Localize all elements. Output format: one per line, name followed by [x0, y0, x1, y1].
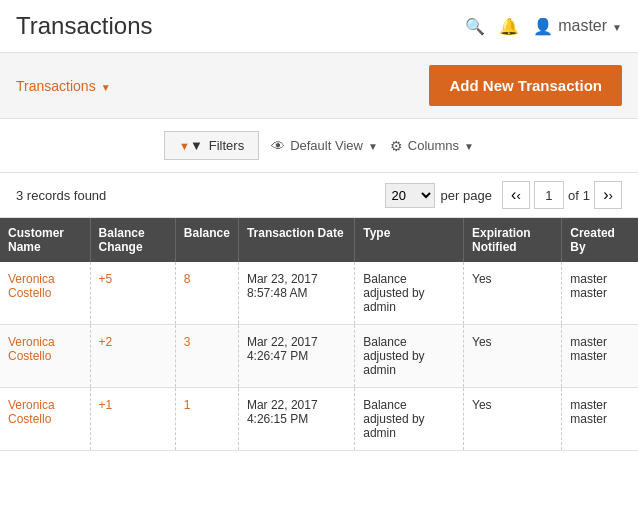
eye-icon: [271, 138, 285, 154]
customer-name-link[interactable]: Veronica Costello: [8, 398, 82, 426]
user-icon: [533, 17, 553, 36]
col-created-by: Created By: [562, 218, 638, 262]
page-title: Transactions: [16, 12, 153, 40]
cell-type: Balance adjusted by admin: [355, 388, 464, 451]
col-balance-change: Balance Change: [90, 218, 175, 262]
bell-icon[interactable]: [499, 17, 519, 36]
col-type: Type: [355, 218, 464, 262]
columns-caret-icon: [464, 138, 474, 153]
user-name: master: [558, 17, 607, 35]
prev-icon: ‹: [511, 186, 521, 204]
next-icon: ›: [603, 186, 613, 204]
transactions-dropdown-label: Transactions: [16, 78, 96, 94]
cell-expiration-notified: Yes: [464, 388, 562, 451]
cell-balance-change: +1: [90, 388, 175, 451]
filter-label: Filters: [209, 138, 244, 153]
cell-transaction-date: Mar 23, 2017 8:57:48 AM: [238, 262, 354, 325]
table-row: Veronica Costello+11Mar 22, 2017 4:26:15…: [0, 388, 638, 451]
of-label: of: [568, 188, 579, 203]
per-page-label: per page: [441, 188, 492, 203]
per-page-select[interactable]: 20 50 100: [385, 183, 435, 208]
total-pages: 1: [583, 188, 590, 203]
col-expiration-notified: Expiration Notified: [464, 218, 562, 262]
cell-expiration-notified: Yes: [464, 262, 562, 325]
pagination-nav: ‹ 1 of 1 ›: [502, 181, 622, 209]
filters-button[interactable]: ▼ Filters: [164, 131, 259, 160]
view-label: Default View: [290, 138, 363, 153]
cell-created-by: master master: [562, 262, 638, 325]
add-new-transaction-button[interactable]: Add New Transaction: [429, 65, 622, 106]
pagination-row: 3 records found 20 50 100 per page ‹ 1 o…: [0, 173, 638, 218]
page-header: Transactions master: [0, 0, 638, 53]
toolbar: Transactions Add New Transaction: [0, 53, 638, 119]
filter-icon: ▼: [179, 138, 203, 153]
col-transaction-date: Transaction Date: [238, 218, 354, 262]
cell-customer-name: Veronica Costello: [0, 388, 90, 451]
controls-bar: ▼ Filters Default View Columns: [0, 119, 638, 173]
view-caret-icon: [368, 138, 378, 153]
dropdown-caret-icon: [101, 78, 111, 94]
prev-page-button[interactable]: ‹: [502, 181, 530, 209]
table-row: Veronica Costello+23Mar 22, 2017 4:26:47…: [0, 325, 638, 388]
cell-balance-change: +5: [90, 262, 175, 325]
table-row: Veronica Costello+58Mar 23, 2017 8:57:48…: [0, 262, 638, 325]
table-body: Veronica Costello+58Mar 23, 2017 8:57:48…: [0, 262, 638, 451]
table-header: Customer Name Balance Change Balance Tra…: [0, 218, 638, 262]
header-icons: master: [465, 17, 622, 36]
user-caret-icon: [612, 17, 622, 35]
records-count: 3 records found: [16, 188, 375, 203]
search-icon[interactable]: [465, 17, 485, 36]
cell-transaction-date: Mar 22, 2017 4:26:47 PM: [238, 325, 354, 388]
cell-created-by: master master: [562, 325, 638, 388]
current-page: 1: [534, 181, 564, 209]
per-page-wrapper: 20 50 100 per page: [385, 183, 492, 208]
cell-expiration-notified: Yes: [464, 325, 562, 388]
cell-balance-change: +2: [90, 325, 175, 388]
cell-transaction-date: Mar 22, 2017 4:26:15 PM: [238, 388, 354, 451]
col-customer-name: Customer Name: [0, 218, 90, 262]
cell-balance: 1: [175, 388, 238, 451]
cell-customer-name: Veronica Costello: [0, 325, 90, 388]
cell-type: Balance adjusted by admin: [355, 262, 464, 325]
columns-label: Columns: [408, 138, 459, 153]
cell-type: Balance adjusted by admin: [355, 325, 464, 388]
transactions-table: Customer Name Balance Change Balance Tra…: [0, 218, 638, 451]
user-menu[interactable]: master: [533, 17, 622, 36]
cell-balance: 8: [175, 262, 238, 325]
gear-icon: [390, 138, 403, 154]
col-balance: Balance: [175, 218, 238, 262]
customer-name-link[interactable]: Veronica Costello: [8, 272, 82, 300]
next-page-button[interactable]: ›: [594, 181, 622, 209]
customer-name-link[interactable]: Veronica Costello: [8, 335, 82, 363]
transactions-dropdown[interactable]: Transactions: [16, 78, 111, 94]
cell-created-by: master master: [562, 388, 638, 451]
columns-dropdown[interactable]: Columns: [390, 138, 474, 154]
table-header-row: Customer Name Balance Change Balance Tra…: [0, 218, 638, 262]
default-view-dropdown[interactable]: Default View: [271, 138, 378, 154]
cell-customer-name: Veronica Costello: [0, 262, 90, 325]
cell-balance: 3: [175, 325, 238, 388]
